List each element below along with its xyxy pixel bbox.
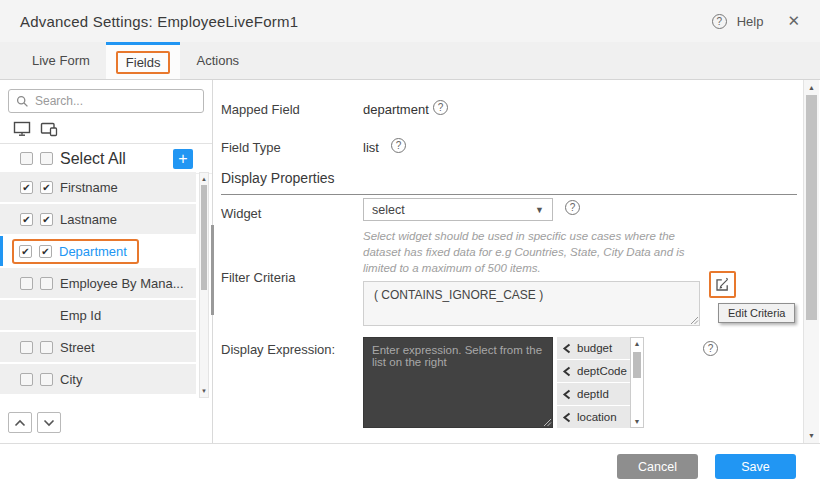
mobile-checkbox[interactable]: [40, 181, 53, 194]
mobile-checkbox[interactable]: [40, 277, 53, 290]
advanced-settings-dialog: Advanced Settings: EmployeeLiveForm1 ? H…: [0, 0, 820, 489]
tab-bar: Live Form Fields Actions: [0, 42, 820, 80]
page-title: Advanced Settings: EmployeeLiveForm1: [20, 13, 298, 30]
display-expression-help-icon[interactable]: ?: [703, 341, 718, 356]
reorder-buttons: [8, 412, 61, 433]
display-expression-input[interactable]: [363, 337, 553, 428]
expression-field-list: budget deptCode deptId location: [557, 337, 630, 429]
select-all-row: Select All +: [0, 144, 212, 174]
dialog-header: Advanced Settings: EmployeeLiveForm1 ? H…: [0, 0, 820, 42]
fields-sidebar: Select All + Firstname Lastname: [0, 80, 213, 443]
field-row-emp-id[interactable]: Emp Id: [0, 300, 196, 330]
expression-field-budget[interactable]: budget: [557, 337, 630, 359]
web-checkbox[interactable]: [20, 341, 33, 354]
field-list-scrollbar[interactable]: ▲ ▼: [199, 172, 209, 398]
edit-criteria-button[interactable]: [709, 271, 736, 298]
mapped-field-help-icon[interactable]: ?: [433, 100, 448, 115]
select-all-label: Select All: [60, 150, 126, 168]
widget-help-text: Select widget should be used in specific…: [363, 228, 715, 276]
move-up-button[interactable]: [8, 412, 32, 433]
widget-label: Widget: [221, 206, 261, 221]
web-checkbox[interactable]: [19, 245, 32, 258]
search-input[interactable]: [35, 94, 196, 108]
field-properties-panel: Mapped Field department ? Field Type lis…: [213, 80, 820, 443]
device-toggle-row: [0, 113, 212, 144]
search-box: [8, 89, 204, 113]
move-down-button[interactable]: [37, 412, 61, 433]
filter-criteria-input[interactable]: ( CONTAINS_IGNORE_CASE ): [363, 281, 700, 326]
scroll-down-icon[interactable]: ▼: [804, 432, 819, 439]
filter-criteria-label: Filter Criteria: [221, 270, 295, 285]
scrollbar-thumb[interactable]: [806, 95, 817, 320]
mobile-checkbox[interactable]: [40, 373, 53, 386]
field-row-employee-by-manager[interactable]: Employee By Mana...: [0, 268, 196, 298]
expression-field-label: deptId: [577, 388, 609, 400]
field-type-label: Field Type: [221, 140, 281, 155]
select-all-mobile-checkbox[interactable]: [40, 152, 53, 165]
dialog-footer: Cancel Save: [0, 443, 820, 489]
widget-select[interactable]: select ▼: [363, 198, 553, 221]
widget-help-icon[interactable]: ?: [565, 200, 580, 215]
close-icon[interactable]: ✕: [787, 12, 800, 30]
department-highlight-box: Department: [12, 239, 139, 264]
mobile-checkbox[interactable]: [40, 341, 53, 354]
expression-field-label: location: [577, 411, 617, 423]
expression-field-label: budget: [577, 342, 612, 354]
add-field-button[interactable]: +: [173, 149, 193, 169]
tab-actions[interactable]: Actions: [180, 42, 255, 79]
field-type-value: list: [363, 140, 379, 155]
select-all-web-checkbox[interactable]: [20, 152, 33, 165]
display-expression-label: Display Expression:: [221, 342, 335, 357]
tab-fields-label: Fields: [116, 51, 171, 74]
scrollbar-thumb[interactable]: [633, 352, 641, 378]
expression-field-location[interactable]: location: [557, 406, 630, 428]
mapped-field-value: department: [363, 102, 429, 117]
field-label: Department: [59, 244, 127, 259]
expression-field-deptid[interactable]: deptId: [557, 383, 630, 405]
web-checkbox[interactable]: [20, 277, 33, 290]
expression-list-scrollbar[interactable]: ▲ ▼: [630, 337, 644, 428]
tab-fields[interactable]: Fields: [106, 42, 181, 79]
field-label: Street: [60, 340, 95, 355]
scroll-down-icon[interactable]: ▼: [200, 386, 208, 396]
tab-live-form[interactable]: Live Form: [16, 42, 106, 79]
scroll-up-icon[interactable]: ▲: [200, 174, 208, 184]
field-label: Firstname: [60, 180, 118, 195]
widget-select-value: select: [372, 203, 405, 217]
chevron-down-icon: ▼: [535, 205, 544, 215]
field-label: Employee By Mana...: [60, 276, 184, 291]
mapped-field-label: Mapped Field: [221, 102, 300, 117]
field-label: Emp Id: [60, 308, 101, 323]
web-checkbox[interactable]: [20, 373, 33, 386]
scrollbar-thumb[interactable]: [201, 185, 207, 290]
help-link[interactable]: Help: [737, 14, 764, 29]
panel-resize-handle[interactable]: [211, 225, 214, 315]
desktop-icon[interactable]: [13, 121, 31, 137]
field-type-help-icon[interactable]: ?: [391, 138, 406, 153]
web-checkbox[interactable]: [20, 213, 33, 226]
field-row-city[interactable]: City: [0, 364, 196, 394]
scroll-up-icon[interactable]: ▲: [631, 340, 643, 347]
field-label: Lastname: [60, 212, 117, 227]
display-properties-heading: Display Properties: [221, 170, 797, 195]
help-icon[interactable]: ?: [712, 14, 727, 29]
main-panel-scrollbar[interactable]: ▲ ▼: [803, 80, 819, 443]
expression-field-label: deptCode: [577, 365, 627, 377]
save-button[interactable]: Save: [715, 454, 796, 479]
field-row-firstname[interactable]: Firstname: [0, 172, 196, 202]
search-icon: [16, 95, 29, 108]
scroll-up-icon[interactable]: ▲: [804, 84, 819, 91]
web-checkbox[interactable]: [20, 181, 33, 194]
field-row-street[interactable]: Street: [0, 332, 196, 362]
cancel-button[interactable]: Cancel: [617, 454, 698, 479]
expression-field-deptcode[interactable]: deptCode: [557, 360, 630, 382]
field-row-lastname[interactable]: Lastname: [0, 204, 196, 234]
edit-criteria-tooltip: Edit Criteria: [718, 303, 795, 323]
mobile-checkbox[interactable]: [39, 245, 52, 258]
field-list: Firstname Lastname Department: [0, 172, 212, 398]
field-label: City: [60, 372, 82, 387]
mobile-checkbox[interactable]: [40, 213, 53, 226]
mobile-tablet-icon[interactable]: [40, 121, 59, 137]
scroll-down-icon[interactable]: ▼: [631, 418, 643, 425]
field-row-department[interactable]: Department: [0, 236, 196, 266]
